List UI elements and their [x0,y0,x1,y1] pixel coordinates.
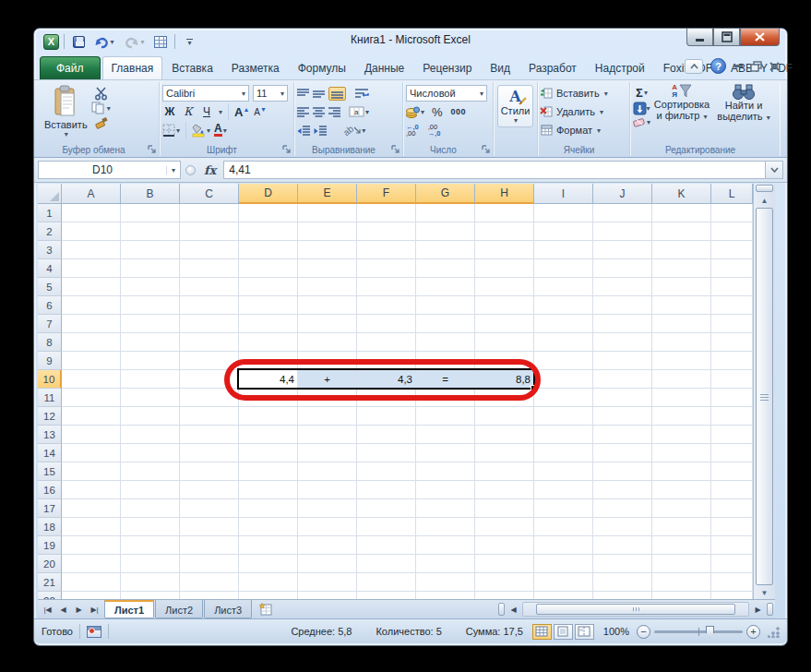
cell-C19[interactable] [180,536,239,555]
row-header-1[interactable]: 1 [38,204,62,222]
cell-C1[interactable] [180,204,239,222]
cell-A9[interactable] [62,352,121,370]
cell-E20[interactable] [298,555,357,573]
format-cells-button[interactable]: Формат ▾ [541,121,626,139]
cell-J15[interactable] [593,462,652,481]
cell-I18[interactable] [534,518,593,536]
cell-D5[interactable] [239,278,298,296]
cell-H12[interactable] [475,407,534,426]
borders-button[interactable]: ▾ [162,124,180,137]
shrink-font-button[interactable]: А▼ [253,106,268,117]
cell-C8[interactable] [180,333,239,352]
cell-K12[interactable] [652,407,711,426]
cell-H6[interactable] [475,296,534,315]
cell-C13[interactable] [180,426,239,444]
cell-L4[interactable] [711,259,753,278]
cell-A11[interactable] [62,389,121,407]
cell-F20[interactable] [357,555,416,573]
cell-D6[interactable] [239,296,298,315]
cell-F12[interactable] [357,407,416,426]
row-header-18[interactable]: 18 [38,518,62,536]
column-header-B[interactable]: B [121,184,180,204]
cell-A15[interactable] [62,462,121,481]
row-header-6[interactable]: 6 [38,296,62,315]
tab-review[interactable]: Рецензир [413,56,481,79]
name-box[interactable]: D10 ▾ [38,161,181,179]
font-size-select[interactable]: 11▾ [253,85,288,102]
cell-L10[interactable] [711,370,753,389]
clear-button[interactable]: ▾ [633,117,650,127]
cell-I9[interactable] [534,352,593,370]
cell-D7[interactable] [239,315,298,333]
cell-A18[interactable] [62,518,121,536]
cell-A14[interactable] [62,444,121,462]
underline-button[interactable]: Ч [199,105,214,118]
vertical-scroll-thumb[interactable] [756,208,773,585]
cell-J17[interactable] [593,499,652,518]
cell-H7[interactable] [475,315,534,333]
close-button[interactable] [740,29,780,46]
cell-K18[interactable] [652,518,711,536]
cell-L1[interactable] [711,204,753,222]
cell-I2[interactable] [534,222,593,241]
cell-J10[interactable] [593,370,652,389]
cell-B17[interactable] [121,499,180,518]
cell-D12[interactable] [239,407,298,426]
cell-A12[interactable] [62,407,121,426]
insert-function-button[interactable]: fx [200,163,223,177]
cell-D18[interactable] [239,518,298,536]
cell-L22[interactable] [711,592,753,599]
cell-H16[interactable] [475,481,534,499]
cell-B13[interactable] [121,426,180,444]
row-header-8[interactable]: 8 [38,333,62,352]
cell-J3[interactable] [593,241,652,259]
workbook-close-icon[interactable] [769,62,780,71]
row-header-12[interactable]: 12 [38,407,62,426]
cell-C15[interactable] [180,462,239,481]
cell-G19[interactable] [416,536,475,555]
column-header-J[interactable]: J [593,184,652,204]
cell-D4[interactable] [239,259,298,278]
last-sheet-button[interactable]: ▶| [88,603,101,617]
next-sheet-button[interactable]: ▶ [72,603,86,617]
cell-I8[interactable] [534,333,593,352]
cell-A4[interactable] [62,259,121,278]
cell-I3[interactable] [534,241,593,259]
cell-F19[interactable] [357,536,416,555]
column-header-A[interactable]: A [62,184,121,204]
cell-F17[interactable] [357,499,416,518]
cell-C21[interactable] [180,573,239,592]
workbook-restore-icon[interactable] [751,62,761,71]
cell-H1[interactable] [475,204,534,222]
cell-H18[interactable] [475,518,534,536]
cell-K16[interactable] [652,481,711,499]
cell-G5[interactable] [416,278,475,296]
cell-L12[interactable] [711,407,753,426]
cell-E10[interactable]: + [298,370,357,389]
autosum-button[interactable]: Σ▾ [633,86,650,100]
cell-I22[interactable] [534,592,593,599]
cell-L5[interactable] [711,278,753,296]
cell-J21[interactable] [593,573,652,592]
cell-E16[interactable] [298,481,357,499]
cell-L20[interactable] [711,555,753,573]
align-left-button[interactable] [297,107,309,117]
cell-I12[interactable] [534,407,593,426]
cell-B1[interactable] [121,204,180,222]
cell-E13[interactable] [298,426,357,444]
vertical-split-handle[interactable] [756,185,773,192]
expand-formula-bar-button[interactable] [765,161,783,179]
cell-E1[interactable] [298,204,357,222]
cell-E2[interactable] [298,222,357,241]
row-header-5[interactable]: 5 [38,278,62,296]
align-top-button[interactable] [297,89,309,99]
percent-button[interactable]: % [432,105,443,119]
cell-L16[interactable] [711,481,753,499]
cell-D17[interactable] [239,499,298,518]
cell-C10[interactable] [180,370,239,389]
row-header-17[interactable]: 17 [38,499,62,518]
cell-B20[interactable] [121,555,180,573]
tab-file[interactable]: Файл [40,56,101,79]
select-all-corner[interactable] [38,184,62,204]
cell-G13[interactable] [416,426,475,444]
